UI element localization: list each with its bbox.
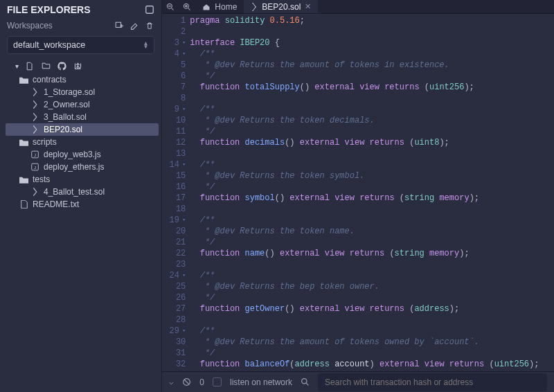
code-line: /** [190, 159, 554, 170]
line-number: 18 [162, 204, 186, 215]
folder-icon [19, 175, 28, 184]
code-line [190, 314, 554, 326]
tab-home-label: Home [215, 2, 237, 12]
code-line: */ [190, 348, 554, 359]
listen-checkbox[interactable] [213, 377, 222, 386]
line-number: 26 [162, 292, 186, 303]
code-line: * @dev Returns the token decimals. [190, 115, 554, 126]
code-line: */ [190, 181, 554, 193]
close-tab-icon[interactable]: ✕ [305, 2, 311, 11]
file-explorer-panel: FILE EXPLORERS Workspaces default_worksp… [0, 0, 162, 392]
line-number: 13 [162, 148, 186, 159]
code-line: function getOwner() external view return… [190, 303, 554, 314]
code-line: function totalSupply() external view ret… [190, 82, 554, 93]
folder-icon [19, 138, 28, 147]
tree-item-label: 4_Ballot_test.sol [44, 187, 105, 197]
line-number: 28 [162, 314, 186, 326]
fold-icon[interactable]: ▾ [182, 270, 186, 281]
svg-text:J: J [34, 166, 36, 170]
new-file-icon[interactable] [25, 61, 35, 71]
js-icon: J [30, 163, 39, 172]
tab-active-file[interactable]: BEP20.sol ✕ [244, 0, 318, 13]
tree-item-label: deploy_ethers.js [44, 162, 104, 172]
chevron-down-icon[interactable]: ⌵ [169, 377, 174, 386]
svg-point-9 [302, 379, 307, 384]
tx-search-input[interactable] [318, 373, 547, 391]
code-line [190, 26, 554, 37]
tree-file[interactable]: 4_Ballot_test.sol [6, 186, 159, 198]
zoom-out-icon[interactable] [162, 3, 179, 11]
file-icon [19, 200, 28, 209]
code-line: */ [190, 71, 554, 82]
line-number: 23 [162, 259, 186, 270]
tree-item-label: BEP20.sol [44, 125, 82, 134]
fold-icon[interactable]: ▾ [182, 215, 186, 226]
github-icon[interactable] [57, 61, 66, 71]
code-line: function decimals() external view return… [190, 137, 554, 148]
line-number: 1 [162, 15, 186, 26]
line-number: 6 [162, 71, 186, 82]
link-icon[interactable] [145, 5, 154, 15]
zoom-in-icon[interactable] [179, 3, 195, 11]
tree-folder[interactable]: contracts [6, 73, 159, 86]
tree-file[interactable]: Jdeploy_web3.js [6, 148, 159, 161]
delete-workspace-icon[interactable] [145, 21, 154, 30]
tree-item-label: 1_Storage.sol [44, 87, 95, 97]
sol-icon [30, 188, 39, 197]
fold-icon[interactable]: ▾ [182, 159, 186, 170]
tree-folder[interactable]: tests [6, 173, 159, 186]
code-content: pragma solidity 0.5.16; interface IBEP20… [190, 14, 554, 371]
code-line: * @dev Returns the token symbol. [190, 170, 554, 181]
line-number: 25 [162, 281, 186, 292]
tree-item-label: tests [33, 175, 50, 184]
fold-icon[interactable]: ▾ [182, 104, 186, 115]
search-icon[interactable] [301, 377, 310, 386]
workspace-select[interactable]: default_workspace ▲▼ [7, 36, 154, 54]
fold-icon[interactable]: ▾ [182, 48, 186, 60]
line-number: 15 [162, 170, 186, 181]
tree-file[interactable]: Jdeploy_ethers.js [6, 161, 159, 173]
pending-count: 0 [199, 377, 204, 387]
line-number: 8 [162, 93, 186, 104]
create-workspace-icon[interactable] [114, 21, 124, 30]
code-line: pragma solidity 0.5.16; [190, 15, 554, 26]
new-folder-icon[interactable] [41, 61, 51, 71]
tree-file[interactable]: BEP20.sol [6, 123, 159, 136]
line-number: 12 [162, 137, 186, 148]
code-editor[interactable]: 123 ▾4 ▾56789 ▾1011121314 ▾1516171819 ▾2… [162, 14, 554, 371]
tab-home[interactable]: Home [195, 0, 244, 13]
code-line [190, 204, 554, 215]
line-number: 3 ▾ [162, 37, 186, 48]
svg-rect-0 [146, 6, 154, 14]
code-line: */ [190, 292, 554, 303]
folder-icon [19, 75, 28, 84]
line-number: 11 [162, 126, 186, 137]
tree-collapse-icon[interactable]: ▾ [15, 62, 19, 70]
tree-file[interactable]: README.txt [6, 198, 159, 211]
block-icon[interactable] [182, 377, 191, 386]
workspaces-label: Workspaces [7, 21, 53, 30]
tree-folder[interactable]: scripts [6, 136, 159, 148]
fold-icon[interactable]: ▾ [182, 326, 186, 337]
line-number: 20 [162, 226, 186, 237]
tree-item-label: 3_Ballot.sol [44, 112, 87, 122]
workspace-selected-value: default_workspace [13, 40, 85, 50]
tree-file[interactable]: 1_Storage.sol [6, 86, 159, 98]
line-gutter: 123 ▾4 ▾56789 ▾1011121314 ▾1516171819 ▾2… [162, 14, 190, 371]
terminal-bar: ⌵ 0 listen on network [162, 371, 554, 392]
line-number: 22 [162, 248, 186, 259]
rename-workspace-icon[interactable] [129, 21, 139, 30]
home-icon [202, 3, 211, 11]
line-number: 14 ▾ [162, 159, 186, 170]
line-number: 7 [162, 82, 186, 93]
code-line [190, 93, 554, 104]
tree-item-label: 2_Owner.sol [44, 100, 90, 109]
line-number: 5 [162, 60, 186, 71]
line-number: 10 [162, 115, 186, 126]
fold-icon[interactable]: ▾ [182, 37, 186, 48]
tree-file[interactable]: 2_Owner.sol [6, 98, 159, 111]
gist-icon[interactable] [73, 61, 82, 71]
select-updown-icon: ▲▼ [143, 42, 148, 48]
editor-tabs: Home BEP20.sol ✕ [162, 0, 554, 14]
tree-file[interactable]: 3_Ballot.sol [6, 111, 159, 123]
